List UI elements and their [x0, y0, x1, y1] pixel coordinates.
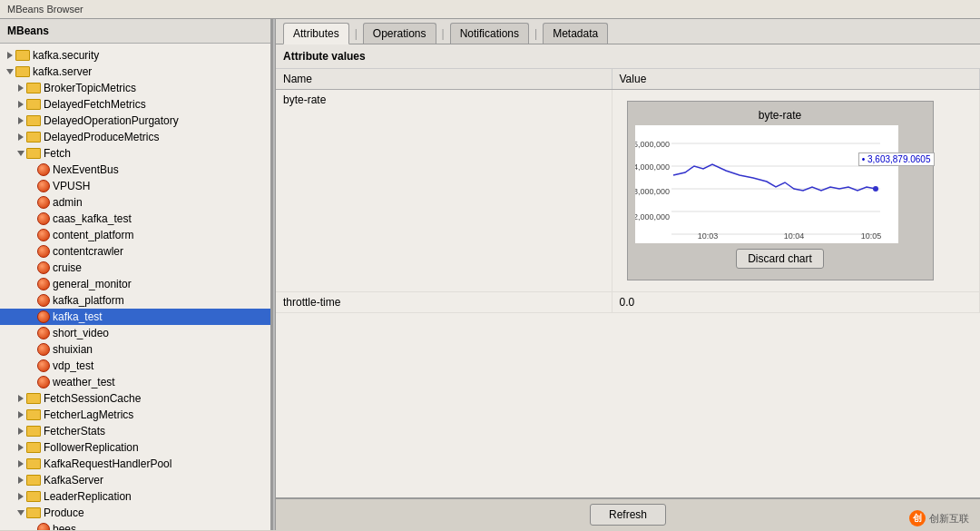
bean-icon [37, 229, 50, 241]
tree-item-FetcherStats[interactable]: FetcherStats [0, 423, 270, 439]
tree-item-general_monitor[interactable]: general_monitor [0, 276, 270, 292]
tree-item-label: Fetch [44, 147, 71, 160]
svg-text:2,000,000: 2,000,000 [635, 212, 670, 221]
table-row: throttle-time0.0 [276, 292, 980, 313]
tree-item-KafkaRequestHandlerPool[interactable]: KafkaRequestHandlerPool [0, 456, 270, 472]
folder-icon [26, 409, 41, 420]
chart-title: byte-rate [635, 109, 926, 122]
tab-operations[interactable]: Operations [363, 23, 436, 44]
tree-item-label: FetchSessionCache [44, 392, 141, 405]
refresh-button[interactable]: Refresh [590, 504, 666, 526]
tree-item-Produce[interactable]: Produce [0, 505, 270, 521]
tree-item-label: short_video [53, 327, 109, 339]
tab-separator: | [533, 27, 539, 40]
col-header-value: Value [612, 69, 980, 90]
bean-icon [37, 523, 50, 530]
svg-text:3,000,000: 3,000,000 [635, 187, 670, 196]
tree-item-label: kafka.server [33, 65, 92, 78]
bean-icon [37, 327, 50, 339]
tree-item-KafkaServer[interactable]: KafkaServer [0, 472, 270, 488]
tree-item-label: Produce [44, 506, 84, 519]
tree-item-label: content_platform [53, 229, 133, 241]
tree-item-BrokerTopicMetrics[interactable]: BrokerTopicMetrics [0, 80, 270, 96]
tree-item-content_platform[interactable]: content_platform [0, 227, 270, 243]
tree-arrow [18, 444, 24, 451]
tree-item-Fetch[interactable]: Fetch [0, 145, 270, 162]
svg-text:10:05: 10:05 [860, 231, 881, 241]
bean-icon [37, 343, 50, 356]
folder-icon [26, 132, 41, 143]
tree-arrow [18, 395, 24, 402]
tree-item-short_video[interactable]: short_video [0, 325, 270, 341]
chart-inner: 5,000,0004,000,0003,000,0002,000,00010:0… [635, 125, 926, 243]
tree-item-label: BrokerTopicMetrics [44, 82, 136, 94]
folder-icon [26, 458, 41, 469]
tree-item-admin[interactable]: admin [0, 194, 270, 211]
app-title: MBeans Browser [7, 4, 83, 15]
tree-item-label: FetcherLagMetrics [44, 408, 133, 421]
tree-container[interactable]: kafka.securitykafka.serverBrokerTopicMet… [0, 44, 270, 530]
tree-item-label: FollowerReplication [44, 441, 139, 454]
svg-text:5,000,000: 5,000,000 [635, 140, 670, 149]
tree-item-FollowerReplication[interactable]: FollowerReplication [0, 439, 270, 456]
chart-container: byte-rate5,000,0004,000,0003,000,0002,00… [627, 101, 934, 280]
bean-icon [37, 294, 50, 307]
svg-text:10:03: 10:03 [697, 231, 718, 241]
tree-item-cruise[interactable]: cruise [0, 260, 270, 276]
tree-item-DelayedOperationPurgatory[interactable]: DelayedOperationPurgatory [0, 113, 270, 129]
discard-chart-button[interactable]: Discard chart [736, 249, 824, 269]
tree-item-contentcrawler[interactable]: contentcrawler [0, 243, 270, 260]
tree-item-FetcherLagMetrics[interactable]: FetcherLagMetrics [0, 407, 270, 423]
tree-item-label: contentcrawler [53, 245, 123, 258]
tree-item-kafka-server[interactable]: kafka.server [0, 64, 270, 80]
folder-icon [26, 491, 41, 502]
tree-item-label: kafka_platform [53, 294, 124, 307]
tree-item-DelayedFetchMetrics[interactable]: DelayedFetchMetrics [0, 96, 270, 113]
tree-item-shuixian[interactable]: shuixian [0, 341, 270, 358]
bean-icon [37, 261, 50, 274]
tree-item-kafka_platform[interactable]: kafka_platform [0, 292, 270, 309]
svg-text:10:04: 10:04 [783, 231, 804, 241]
tree-item-kafka-security[interactable]: kafka.security [0, 47, 270, 64]
tree-item-LeaderReplication[interactable]: LeaderReplication [0, 488, 270, 505]
attribute-table: Name Value byte-ratebyte-rate5,000,0004,… [276, 69, 980, 313]
bean-icon [37, 310, 50, 323]
tree-item-label: admin [53, 196, 83, 209]
tree-item-FetchSessionCache[interactable]: FetchSessionCache [0, 390, 270, 407]
tree-item-label: DelayedProduceMetrics [44, 131, 159, 143]
tree-item-weather_test[interactable]: weather_test [0, 374, 270, 390]
tab-notifications[interactable]: Notifications [450, 23, 529, 44]
tree-item-label: cruise [53, 261, 82, 274]
tree-item-kafka_test[interactable]: kafka_test [0, 309, 270, 325]
folder-icon [26, 442, 41, 453]
tree-item-label: LeaderReplication [44, 490, 132, 503]
attribute-name: throttle-time [276, 292, 612, 313]
svg-point-13 [873, 186, 878, 192]
tree-item-caas_kafka_test[interactable]: caas_kafka_test [0, 211, 270, 227]
tree-item-label: vdp_test [53, 359, 93, 372]
tab-metadata[interactable]: Metadata [543, 23, 608, 44]
tree-item-vdp_test[interactable]: vdp_test [0, 358, 270, 374]
tree-item-label: VPUSH [53, 180, 90, 192]
title-bar: MBeans Browser [0, 0, 980, 19]
tree-item-VPUSH[interactable]: VPUSH [0, 178, 270, 194]
tree-arrow [18, 84, 24, 92]
bottom-bar: Refresh 创 创新互联 [276, 497, 980, 530]
watermark-text: 创新互联 [929, 512, 969, 526]
tree-item-NexEventBus[interactable]: NexEventBus [0, 162, 270, 178]
folder-icon [26, 426, 41, 437]
tree-arrow [18, 117, 24, 124]
tree-item-label: kafka_test [53, 310, 103, 323]
tree-arrow [17, 510, 24, 516]
folder-icon [26, 393, 41, 404]
bean-icon [37, 196, 50, 209]
tree-item-bees[interactable]: bees [0, 521, 270, 530]
bean-icon [37, 359, 50, 372]
tree-item-label: KafkaRequestHandlerPool [44, 457, 172, 470]
tree-item-label: weather_test [53, 376, 115, 388]
tree-arrow [18, 460, 24, 467]
bean-icon [37, 245, 50, 258]
tab-attributes[interactable]: Attributes [283, 23, 349, 44]
tree-item-DelayedProduceMetrics[interactable]: DelayedProduceMetrics [0, 129, 270, 145]
bean-icon [37, 212, 50, 225]
